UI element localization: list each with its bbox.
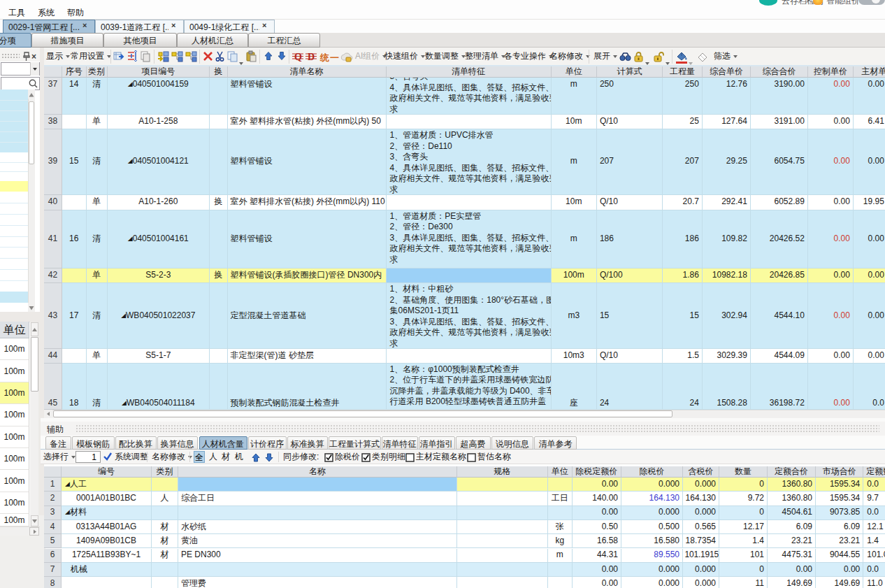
svg-text:Q: Q [294,52,302,62]
svg-text:D: D [308,52,315,62]
